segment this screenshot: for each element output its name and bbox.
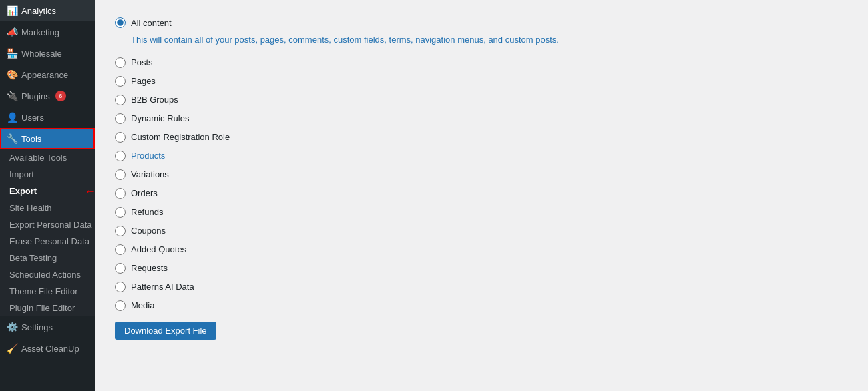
- submenu-erase-personal-data[interactable]: Erase Personal Data: [0, 233, 95, 250]
- option-coupons[interactable]: Coupons: [115, 222, 848, 240]
- submenu-theme-file-editor[interactable]: Theme File Editor: [0, 283, 95, 300]
- main-content: All content This will contain all of you…: [95, 0, 868, 391]
- label-custom-registration-role: Custom Registration Role: [131, 132, 230, 142]
- label-pages: Pages: [131, 76, 156, 86]
- option-custom-registration-role[interactable]: Custom Registration Role: [115, 128, 848, 147]
- analytics-icon: 📊: [7, 5, 17, 16]
- plugins-icon: 🔌: [7, 91, 17, 101]
- label-added-quotes: Added Quotes: [131, 244, 186, 254]
- label-products: Products: [131, 151, 165, 161]
- option-all-content[interactable]: All content: [115, 13, 848, 32]
- option-dynamic-rules[interactable]: Dynamic Rules: [115, 109, 848, 128]
- sidebar-item-label: Wholesale: [21, 49, 62, 59]
- asset-cleanup-icon: 🧹: [7, 343, 17, 354]
- sidebar-item-tools[interactable]: 🔧 Tools: [0, 128, 95, 149]
- wholesale-icon: 🏪: [7, 48, 17, 59]
- tools-submenu: Available Tools Import Export ← Site Hea…: [0, 149, 95, 316]
- radio-added-quotes[interactable]: [115, 244, 126, 255]
- submenu-export[interactable]: Export: [0, 183, 43, 200]
- radio-media[interactable]: [115, 300, 126, 311]
- plugins-badge: 6: [55, 91, 66, 101]
- submenu-import[interactable]: Import: [0, 166, 95, 183]
- radio-pages[interactable]: [115, 76, 126, 87]
- tools-icon: 🔧: [7, 133, 17, 144]
- option-posts[interactable]: Posts: [115, 53, 848, 72]
- label-patterns-ai-data: Patterns AI Data: [131, 282, 194, 292]
- radio-refunds[interactable]: [115, 207, 126, 218]
- option-requests[interactable]: Requests: [115, 259, 848, 278]
- sidebar-item-label: Plugins: [21, 91, 50, 101]
- appearance-icon: 🎨: [7, 69, 17, 80]
- sidebar-item-settings[interactable]: ⚙️ Settings: [0, 316, 95, 338]
- option-refunds[interactable]: Refunds: [115, 203, 848, 222]
- radio-dynamic-rules[interactable]: [115, 113, 126, 124]
- radio-custom-registration-role[interactable]: [115, 132, 126, 143]
- radio-orders[interactable]: [115, 188, 126, 199]
- sidebar-item-label: Appearance: [21, 70, 68, 80]
- label-b2b-groups: B2B Groups: [131, 95, 178, 105]
- radio-all-content[interactable]: [115, 17, 126, 28]
- option-variations[interactable]: Variations: [115, 165, 848, 184]
- option-b2b-groups[interactable]: B2B Groups: [115, 91, 848, 109]
- tools-item-wrapper: 🔧 Tools: [0, 128, 95, 149]
- submenu-plugin-file-editor[interactable]: Plugin File Editor: [0, 300, 95, 316]
- option-added-quotes[interactable]: Added Quotes: [115, 240, 848, 259]
- sidebar-item-label: Analytics: [21, 6, 56, 16]
- label-media: Media: [131, 300, 154, 310]
- export-row: Export ←: [0, 183, 95, 200]
- users-icon: 👤: [7, 112, 17, 123]
- sidebar-item-marketing[interactable]: 📣 Marketing: [0, 21, 95, 43]
- sidebar-item-label: Users: [21, 113, 44, 123]
- label-orders: Orders: [131, 188, 158, 198]
- label-coupons: Coupons: [131, 226, 166, 236]
- radio-b2b-groups[interactable]: [115, 95, 126, 105]
- label-dynamic-rules: Dynamic Rules: [131, 113, 189, 123]
- radio-coupons[interactable]: [115, 226, 126, 236]
- sidebar-item-analytics[interactable]: 📊 Analytics: [0, 0, 95, 21]
- marketing-icon: 📣: [7, 27, 17, 37]
- submenu-beta-testing[interactable]: Beta Testing: [0, 250, 95, 266]
- sidebar-item-plugins[interactable]: 🔌 Plugins 6: [0, 85, 95, 107]
- option-orders[interactable]: Orders: [115, 184, 848, 203]
- submenu-export-personal-data[interactable]: Export Personal Data: [0, 216, 95, 233]
- sidebar-item-label: Tools: [21, 134, 41, 144]
- sidebar-item-label: Asset CleanUp: [21, 344, 79, 354]
- option-products[interactable]: Products: [115, 147, 848, 165]
- sidebar-item-label: Marketing: [21, 27, 59, 37]
- label-requests: Requests: [131, 263, 168, 273]
- export-red-arrow: ←: [84, 184, 95, 198]
- option-pages[interactable]: Pages: [115, 72, 848, 91]
- option-media[interactable]: Media: [115, 296, 848, 315]
- settings-icon: ⚙️: [7, 322, 17, 332]
- download-export-button[interactable]: Download Export File: [115, 322, 216, 340]
- sidebar: 📊 Analytics 📣 Marketing 🏪 Wholesale 🎨 Ap…: [0, 0, 95, 391]
- radio-patterns-ai-data[interactable]: [115, 282, 126, 292]
- label-posts: Posts: [131, 57, 153, 67]
- radio-posts[interactable]: [115, 57, 126, 68]
- sidebar-item-appearance[interactable]: 🎨 Appearance: [0, 64, 95, 85]
- all-content-description: This will contain all of your posts, pag…: [131, 33, 848, 47]
- radio-variations[interactable]: [115, 169, 126, 180]
- radio-requests[interactable]: [115, 263, 126, 274]
- label-variations: Variations: [131, 169, 169, 179]
- sidebar-item-wholesale[interactable]: 🏪 Wholesale: [0, 43, 95, 64]
- sidebar-item-asset-cleanup[interactable]: 🧹 Asset CleanUp: [0, 338, 95, 359]
- submenu-site-health[interactable]: Site Health: [0, 200, 95, 216]
- submenu-available-tools[interactable]: Available Tools: [0, 149, 95, 166]
- sidebar-item-label: Settings: [21, 322, 53, 332]
- radio-products[interactable]: [115, 151, 126, 161]
- submenu-scheduled-actions[interactable]: Scheduled Actions: [0, 266, 95, 283]
- label-all-content: All content: [131, 18, 172, 28]
- export-options-group: All content This will contain all of you…: [115, 13, 848, 315]
- sidebar-item-users[interactable]: 👤 Users: [0, 107, 95, 128]
- option-patterns-ai-data[interactable]: Patterns AI Data: [115, 278, 848, 296]
- label-refunds: Refunds: [131, 207, 163, 217]
